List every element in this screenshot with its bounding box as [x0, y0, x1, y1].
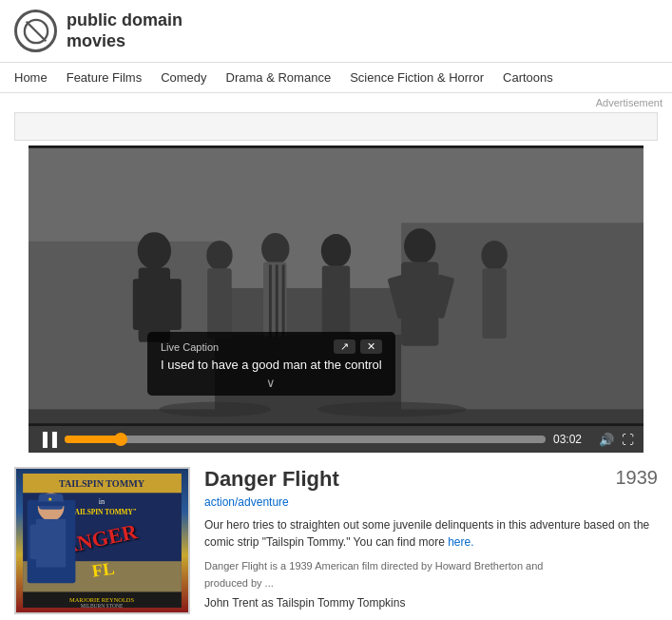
- pause-button[interactable]: ▐▐: [38, 432, 57, 447]
- caption-external-btn[interactable]: ↗: [334, 339, 355, 354]
- nav-cartoons[interactable]: Cartoons: [503, 70, 553, 85]
- svg-rect-41: [35, 501, 67, 506]
- movie-credits-line2: produced by ...: [204, 575, 658, 592]
- svg-line-1: [26, 21, 46, 41]
- video-wrapper: ▐▐ 03:02 🔊 ⛶ Live Caption ↗ ✕ I used to …: [14, 145, 658, 453]
- svg-rect-19: [322, 265, 350, 338]
- fullscreen-button[interactable]: ⛶: [622, 433, 634, 447]
- movie-description: Our hero tries to straighten out some ju…: [204, 516, 658, 551]
- svg-text:MILBURN STONE: MILBURN STONE: [81, 603, 124, 608]
- video-controls-bar: ▐▐ 03:02 🔊 ⛶: [29, 426, 643, 453]
- nav-comedy[interactable]: Comedy: [161, 70, 206, 85]
- svg-rect-25: [482, 268, 506, 339]
- poster-svg: TAILSPIN TOMMY in "TAILSPIN TOMMY" DANGE…: [16, 474, 188, 608]
- svg-point-27: [317, 402, 467, 417]
- nav-scifi-horror[interactable]: Science Fiction & Horror: [350, 70, 484, 85]
- svg-point-18: [321, 234, 351, 267]
- svg-rect-17: [282, 264, 285, 337]
- live-caption-title: Live Caption: [161, 341, 219, 353]
- movie-title: Danger Flight: [204, 467, 339, 492]
- movie-cast: John Trent as Tailspin Tommy Tompkins: [204, 596, 658, 610]
- svg-point-13: [261, 233, 289, 264]
- caption-close-btn[interactable]: ✕: [360, 339, 382, 354]
- nav-home[interactable]: Home: [14, 70, 48, 85]
- video-container: ▐▐ 03:02 🔊 ⛶: [29, 145, 643, 453]
- svg-point-7: [138, 232, 171, 269]
- movie-desc-link[interactable]: here.: [448, 535, 473, 549]
- svg-point-11: [206, 241, 232, 270]
- movie-poster-image: TAILSPIN TOMMY in "TAILSPIN TOMMY" DANGE…: [14, 467, 190, 614]
- svg-text:"TAILSPIN TOMMY": "TAILSPIN TOMMY": [67, 508, 137, 516]
- movie-year: 1939: [616, 467, 659, 489]
- svg-rect-9: [133, 279, 148, 330]
- ad-label: Advertisement: [0, 93, 672, 112]
- content-area: TAILSPIN TOMMY in "TAILSPIN TOMMY" DANGE…: [0, 453, 672, 620]
- svg-text:in: in: [99, 497, 106, 506]
- video-progress-fill: [65, 436, 123, 443]
- ad-banner: [14, 112, 658, 141]
- svg-point-24: [481, 241, 507, 270]
- movie-title-row: Danger Flight 1939: [204, 467, 658, 492]
- svg-rect-15: [269, 264, 272, 337]
- movie-info: Danger Flight 1939 action/adventure Our …: [204, 467, 658, 614]
- video-time: 03:02: [553, 433, 591, 446]
- svg-text:FL: FL: [91, 559, 116, 581]
- movie-credits-line1: Danger Flight is a 1939 American film di…: [204, 558, 658, 575]
- caption-expand-btn[interactable]: ∨: [161, 376, 382, 390]
- svg-text:TAILSPIN TOMMY: TAILSPIN TOMMY: [59, 478, 145, 489]
- progress-thumb: [114, 433, 127, 446]
- header: public domain movies: [0, 0, 672, 63]
- svg-rect-16: [276, 264, 278, 337]
- live-caption-overlay: Live Caption ↗ ✕ I used to have a good m…: [147, 332, 395, 396]
- svg-point-20: [404, 228, 435, 263]
- movie-genre[interactable]: action/adventure: [204, 495, 658, 509]
- svg-text:★: ★: [48, 495, 52, 502]
- video-progress-bar[interactable]: [65, 436, 546, 443]
- live-caption-text: I used to have a good man at the control: [161, 358, 382, 372]
- svg-rect-12: [207, 268, 231, 339]
- nav-feature-films[interactable]: Feature Films: [67, 70, 142, 85]
- svg-rect-39: [29, 524, 43, 559]
- logo-icon: [14, 10, 57, 52]
- main-nav: Home Feature Films Comedy Drama & Romanc…: [0, 63, 672, 93]
- volume-button[interactable]: 🔊: [599, 433, 614, 447]
- movie-poster-container: TAILSPIN TOMMY in "TAILSPIN TOMMY" DANGE…: [14, 467, 190, 614]
- svg-rect-10: [166, 279, 182, 330]
- svg-point-26: [159, 402, 271, 417]
- nav-drama-romance[interactable]: Drama & Romance: [226, 70, 332, 85]
- logo-text: public domain movies: [67, 10, 182, 51]
